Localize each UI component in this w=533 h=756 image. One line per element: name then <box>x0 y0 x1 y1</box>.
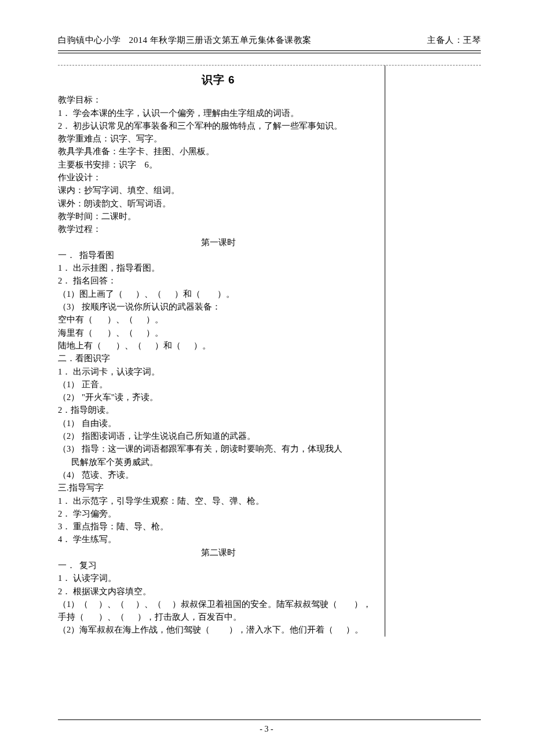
text-line: 2． 初步认识常见的军事装备和三个军种的服饰特点，了解一些军事知识。 <box>58 119 379 132</box>
text-line: 教学过程： <box>58 223 379 235</box>
text-line: （1）图上画了（ ）、（ ）和（ ）。 <box>58 288 379 300</box>
text-line: 1． 出示挂图，指导看图。 <box>58 261 379 274</box>
text-line: （1） 自由读。 <box>58 417 379 430</box>
text-line: 二．看图识字 <box>58 352 379 365</box>
page: 白驹镇中心小学2014 年秋学期三册语文第五单元集体备课教案 主备人：王琴 识字… <box>0 0 533 756</box>
text-line: 陆地上有（ ）、（ ）和（ ）。 <box>58 339 379 352</box>
footer-rule <box>58 719 481 720</box>
text-line: （2） 指图读词语，让学生说说自己所知道的武器。 <box>58 430 379 442</box>
text-line: 空中有（ ）、（ ）。 <box>58 313 379 326</box>
text-line: 主要板书安排：识字 6。 <box>58 158 379 171</box>
page-header: 白驹镇中心小学2014 年秋学期三册语文第五单元集体备课教案 主备人：王琴 <box>58 35 481 49</box>
title-number: 6 <box>228 74 235 86</box>
page-number: - 3 - <box>0 725 533 734</box>
text-line: 课内：抄写字词、填空、组词。 <box>58 184 379 197</box>
title-prefix: 识字 <box>202 74 225 86</box>
text-line: 三.指导写字 <box>58 481 379 494</box>
text-line: （2） "开火车"读，齐读。 <box>58 391 379 404</box>
text-line: （4） 范读、齐读。 <box>58 468 379 481</box>
text-line: 作业设计： <box>58 171 379 184</box>
term-info: 2014 年秋学期三册语文第五单元集体备课教案 <box>129 35 312 45</box>
text-line: 教学重难点：识字、写字。 <box>58 132 379 145</box>
text-line: 3． 重点指导：陆、导、枪。 <box>58 520 379 533</box>
header-preparer: 主备人：王琴 <box>427 35 481 46</box>
text-line: 第一课时 <box>58 236 379 249</box>
content-area: 识字 6 教学目标：1． 学会本课的生字，认识一个偏旁，理解由生字组成的词语。2… <box>58 65 481 637</box>
text-line: 4． 学生练写。 <box>58 533 379 546</box>
text-line: （2）海军叔叔在海上作战，他们驾驶（ ），潜入水下。他们开着（ ）。 <box>58 623 379 636</box>
text-line: （3） 指导：这一课的词语都跟军事有关，朗读时要响亮、有力，体现我人 <box>58 442 379 455</box>
text-line: 1． 出示词卡，认读字词。 <box>58 365 379 378</box>
text-line: 1． 学会本课的生字，认识一个偏旁，理解由生字组成的词语。 <box>58 107 379 119</box>
text-line: （1） 正音。 <box>58 378 379 391</box>
text-line: 教学目标： <box>58 93 379 106</box>
text-line: 手持（ ）、（ ），打击敌人，百发百中。 <box>58 610 379 623</box>
text-line: 一． 指导看图 <box>58 249 379 261</box>
text-line: 2． 根据课文内容填空。 <box>58 585 379 598</box>
text-line: 2． 学习偏旁。 <box>58 507 379 520</box>
body-text: 教学目标：1． 学会本课的生字，认识一个偏旁，理解由生字组成的词语。2． 初步认… <box>58 93 379 636</box>
text-line: （1）（ ）、（ ）、（ ）叔叔保卫着祖国的安全。陆军叔叔驾驶（ ）， <box>58 598 379 610</box>
main-column: 识字 6 教学目标：1． 学会本课的生字，认识一个偏旁，理解由生字组成的词语。2… <box>58 66 385 637</box>
lesson-title: 识字 6 <box>58 74 379 86</box>
text-line: 海里有（ ）、（ ）。 <box>58 326 379 339</box>
text-line: 第二课时 <box>58 546 379 559</box>
header-left: 白驹镇中心小学2014 年秋学期三册语文第五单元集体备课教案 <box>58 35 312 46</box>
text-line: 一． 复习 <box>58 559 379 572</box>
text-line: 1． 认读字词。 <box>58 572 379 584</box>
notes-column <box>385 66 481 637</box>
text-line: 课外：朗读韵文、听写词语。 <box>58 197 379 210</box>
school-name: 白驹镇中心小学 <box>58 35 121 45</box>
text-line: 教具学具准备：生字卡、挂图、小黑板。 <box>58 145 379 158</box>
text-line: 2． 指名回答： <box>58 274 379 287</box>
header-rule <box>58 50 481 53</box>
text-line: （3） 按顺序说一说你所认识的武器装备： <box>58 300 379 313</box>
text-line: 民解放军个英勇威武。 <box>58 456 379 468</box>
text-line: 1． 出示范字，引导学生观察：陆、空、导、弹、枪。 <box>58 495 379 507</box>
text-line: 教学时间：二课时。 <box>58 210 379 223</box>
text-line: 2．指导朗读。 <box>58 404 379 416</box>
